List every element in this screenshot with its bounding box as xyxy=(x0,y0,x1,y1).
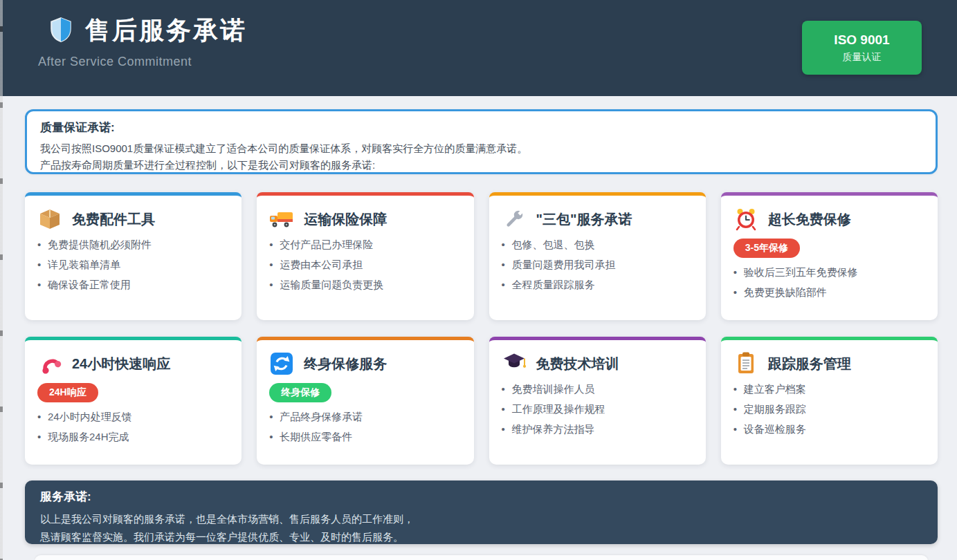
list-item: 现场服务24H完成 xyxy=(37,431,229,444)
clipboard-icon xyxy=(733,351,758,376)
card-badge: 24H响应 xyxy=(37,383,98,402)
service-card: 24小时快速响应 24H响应 24小时内处理反馈现场服务24H完成 xyxy=(25,337,241,465)
card-title: 运输保险保障 xyxy=(304,210,387,229)
left-edge-artifact xyxy=(0,0,3,560)
list-item: 包修、包退、包换 xyxy=(502,239,693,252)
list-item: 免费更换缺陷部件 xyxy=(733,286,925,299)
footer-line1: 以上是我公司对顾客的服务承诺，也是全体市场营销、售后服务人员的工作准则， xyxy=(40,510,922,528)
wrench-icon xyxy=(502,207,527,232)
cards-grid: 免费配件工具 免费提供随机必须附件详见装箱单清单确保设备正常使用 运输保险保障 … xyxy=(25,192,938,465)
card-list: 验收后三到五年免费保修免费更换缺陷部件 xyxy=(733,266,925,299)
quality-box-line2: 产品按寿命周期质量环进行全过程控制，以下是我公司对顾客的服务承诺: xyxy=(40,157,922,174)
header: 售后服务承诺 After Service Commitment ISO 9001… xyxy=(0,0,957,96)
card-list: 包修、包退、包换质量问题费用我司承担全程质量跟踪服务 xyxy=(502,239,693,292)
card-list: 免费提供随机必须附件详见装箱单清单确保设备正常使用 xyxy=(37,239,229,292)
card-title: "三包"服务承诺 xyxy=(536,210,632,229)
service-card: 跟踪服务管理 建立客户档案定期服务跟踪设备巡检服务 xyxy=(721,337,938,465)
list-item: 质量问题费用我司承担 xyxy=(502,259,693,272)
card-list: 产品终身保修承诺长期供应零备件 xyxy=(269,411,461,444)
truck-icon xyxy=(269,207,294,232)
list-item: 全程质量跟踪服务 xyxy=(502,279,693,292)
graduation-cap-icon xyxy=(502,351,527,376)
list-item: 产品终身保修承诺 xyxy=(269,411,461,424)
list-item: 运费由本公司承担 xyxy=(269,259,461,272)
list-item: 定期服务跟踪 xyxy=(733,403,925,416)
card-title: 免费配件工具 xyxy=(72,210,155,229)
iso-9001-badge: ISO 9001 质量认证 xyxy=(802,21,922,75)
list-item: 运输质量问题负责更换 xyxy=(269,279,461,292)
list-item: 维护保养方法指导 xyxy=(502,423,693,436)
list-item: 免费培训操作人员 xyxy=(502,383,693,396)
list-item: 设备巡检服务 xyxy=(733,423,925,436)
page-title: 售后服务承诺 xyxy=(85,14,247,48)
service-card: 免费配件工具 免费提供随机必须附件详见装箱单清单确保设备正常使用 xyxy=(25,192,241,320)
card-title: 超长免费保修 xyxy=(768,210,851,229)
quality-box-line1: 我公司按照ISO9001质量保证模式建立了适合本公司的质量保证体系，对顾客实行全… xyxy=(40,140,922,157)
footer-title: 服务承诺: xyxy=(40,489,922,505)
list-item: 工作原理及操作规程 xyxy=(502,403,693,416)
refresh-icon xyxy=(269,351,294,376)
quality-box-title: 质量保证承诺: xyxy=(40,120,922,136)
list-item: 长期供应零备件 xyxy=(269,431,461,444)
quality-guarantee-box: 质量保证承诺: 我公司按照ISO9001质量保证模式建立了适合本公司的质量保证体… xyxy=(25,109,938,174)
card-list: 交付产品已办理保险运费由本公司承担运输质量问题负责更换 xyxy=(269,239,461,292)
service-card: 终身保修服务 终身保修 产品终身保修承诺长期供应零备件 xyxy=(257,337,473,465)
list-item: 建立客户档案 xyxy=(733,383,925,396)
service-card: "三包"服务承诺 包修、包退、包换质量问题费用我司承担全程质量跟踪服务 xyxy=(489,192,706,320)
list-item: 确保设备正常使用 xyxy=(37,279,229,292)
card-title: 跟踪服务管理 xyxy=(768,355,851,373)
main-content: 质量保证承诺: 我公司按照ISO9001质量保证模式建立了适合本公司的质量保证体… xyxy=(0,109,957,560)
list-item: 交付产品已办理保险 xyxy=(269,239,461,252)
phone-icon xyxy=(37,351,62,376)
service-card: 超长免费保修 3-5年保修 验收后三到五年免费保修免费更换缺陷部件 xyxy=(721,192,938,320)
page: 售后服务承诺 After Service Commitment ISO 9001… xyxy=(0,0,957,560)
service-commitment-footer: 服务承诺: 以上是我公司对顾客的服务承诺，也是全体市场营销、售后服务人员的工作准… xyxy=(25,480,938,544)
card-badge: 3-5年保修 xyxy=(733,239,800,258)
list-item: 24小时内处理反馈 xyxy=(37,411,229,424)
next-section-edge xyxy=(35,555,928,560)
card-title: 24小时快速响应 xyxy=(72,355,170,373)
iso-badge-line2: 质量认证 xyxy=(843,51,882,64)
card-title: 终身保修服务 xyxy=(304,355,387,373)
card-list: 24小时内处理反馈现场服务24H完成 xyxy=(37,411,229,444)
footer-line2: 恳请顾客监督实施。我们承诺为每一位客户提供优质、专业、及时的售后服务。 xyxy=(40,528,922,546)
card-title: 免费技术培训 xyxy=(536,355,619,373)
service-card: 运输保险保障 交付产品已办理保险运费由本公司承担运输质量问题负责更换 xyxy=(257,192,473,320)
card-list: 免费培训操作人员工作原理及操作规程维护保养方法指导 xyxy=(502,383,693,436)
service-card: 免费技术培训 免费培训操作人员工作原理及操作规程维护保养方法指导 xyxy=(489,337,706,465)
alarm-clock-icon xyxy=(733,207,758,232)
package-icon xyxy=(37,207,62,232)
list-item: 验收后三到五年免费保修 xyxy=(733,266,925,279)
shield-icon xyxy=(48,16,74,46)
list-item: 免费提供随机必须附件 xyxy=(37,239,229,252)
card-list: 建立客户档案定期服务跟踪设备巡检服务 xyxy=(733,383,925,436)
iso-badge-line1: ISO 9001 xyxy=(834,32,889,48)
list-item: 详见装箱单清单 xyxy=(37,259,229,272)
card-badge: 终身保修 xyxy=(269,383,331,402)
